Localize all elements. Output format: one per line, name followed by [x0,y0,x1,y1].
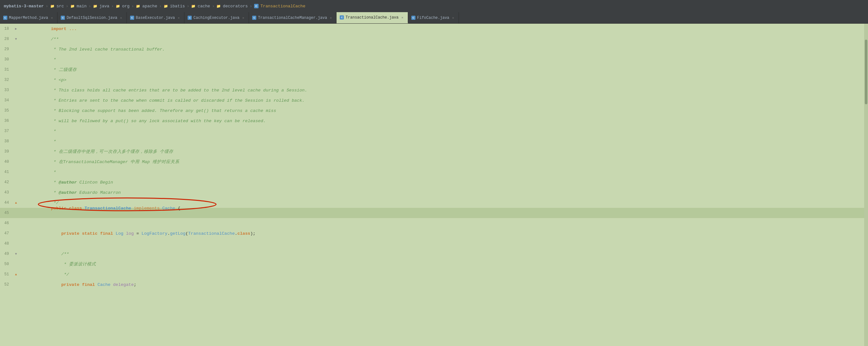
title-bar: mybatis-3-master › 📁 src › 📁 main › 📁 ja… [0,0,868,12]
linenum-32: 32 [0,78,13,82]
tab-label-base-executor: BaseExecutor.java [136,16,175,20]
code-line-52: 52 private final Cache delegate; [0,280,864,290]
linenum-48: 48 [0,241,13,246]
tab-label-tcm: TransactionalCacheManager.java [258,16,327,20]
linenum-34: 34 [0,98,13,103]
tab-label-fifo: FifoCache.java [417,16,450,20]
folder-icon-main: 📁 [70,4,75,8]
linenum-50: 50 [0,262,13,266]
tab-close-mapper[interactable]: ✕ [50,16,54,20]
tab-icon-tcm: C [252,16,256,20]
tab-tcm[interactable]: C TransactionalCacheManager.java ✕ [249,12,337,23]
editor-wrapper: mybatis-3-master › 📁 src › 📁 main › 📁 ja… [0,0,868,346]
breadcrumb-java: java [99,4,109,9]
tab-mapper-method[interactable]: C MapperMethod.java ✕ [0,12,58,23]
tab-fifo-cache[interactable]: C FifoCache.java ✕ [408,12,459,23]
class-icon-transactional: C [254,4,258,8]
linenum-30: 30 [0,57,13,62]
tab-icon-default-sql: C [61,16,65,20]
tab-label-tc: TransactionalCache.java [345,16,399,20]
breadcrumb-ibatis: ibatis [170,4,185,9]
fold-28[interactable]: ▼ [13,37,19,41]
folder-icon-decorators: 📁 [216,4,221,8]
tab-icon-fifo: C [411,16,415,20]
linenum-49: 49 [0,252,13,256]
tab-caching-executor[interactable]: C CachingExecutor.java ✕ [184,12,249,23]
tab-label-mapper: MapperMethod.java [9,16,48,20]
tab-close-caching[interactable]: ✕ [241,16,245,20]
linenum-38: 38 [0,139,13,144]
linenum-40: 40 [0,160,13,164]
linenum-29: 29 [0,47,13,52]
linenum-37: 37 [0,129,13,133]
fold-44[interactable]: ▲ [13,201,19,205]
linenum-18: 18 [0,27,13,31]
tab-close-tcm[interactable]: ✕ [329,16,333,20]
folder-icon-apache: 📁 [136,4,140,8]
linenum-35: 35 [0,108,13,113]
tabs-bar: C MapperMethod.java ✕ C DefaultSqlSessio… [0,12,868,24]
fold-18[interactable]: ▶ [13,27,19,31]
tab-default-sql[interactable]: C DefaultSqlSession.java ✕ [58,12,127,23]
linenum-47: 47 [0,231,13,236]
code-scroll[interactable]: 18 ▶ import ... 28 ▼ /** 29 [0,24,864,346]
folder-icon-java: 📁 [93,4,97,8]
linenum-43: 43 [0,190,13,195]
tab-label-caching: CachingExecutor.java [193,16,239,20]
folder-icon-org: 📁 [116,4,120,8]
project-name: mybatis-3-master [4,4,44,9]
breadcrumb-cache: cache [197,4,210,9]
tab-label-default-sql: DefaultSqlSession.java [66,16,117,20]
code-52: private final Cache delegate; [19,278,864,292]
linenum-46: 46 [0,221,13,226]
linenum-31: 31 [0,67,13,72]
folder-icon-cache: 📁 [191,4,195,8]
breadcrumb-decorators: decorators [223,4,248,9]
linenum-51: 51 [0,272,13,277]
tab-close-tc[interactable]: ✕ [400,16,405,20]
tab-icon-tc: C [340,16,344,20]
tab-close-base-executor[interactable]: ✕ [177,16,181,20]
linenum-33: 33 [0,88,13,92]
linenum-36: 36 [0,119,13,123]
linenum-52: 52 [0,282,13,287]
scrollbar-thumb [865,40,867,104]
editor-main: 18 ▶ import ... 28 ▼ /** 29 [0,24,868,346]
tab-transactional-cache[interactable]: C TransactionalCache.java ✕ [337,12,408,23]
linenum-39: 39 [0,149,13,154]
linenum-28: 28 [0,37,13,41]
breadcrumb-class: TransactionalCache [260,4,305,9]
breadcrumb-org: org [122,4,129,9]
breadcrumb-src: src [57,4,64,9]
fold-51[interactable]: ▲ [13,273,19,276]
breadcrumb-apache: apache [142,4,157,9]
tab-icon-base-executor: C [130,16,134,20]
linenum-42: 42 [0,180,13,184]
linenum-45: 45 [0,211,13,215]
right-scrollbar[interactable] [864,24,868,346]
breadcrumb-main: main [77,4,87,9]
tab-close-fifo[interactable]: ✕ [451,16,456,20]
linenum-41: 41 [0,170,13,174]
linenum-44: 44 [0,201,13,205]
folder-icon-ibatis: 📁 [164,4,168,8]
fold-49[interactable]: ▼ [13,252,19,256]
code-container: 18 ▶ import ... 28 ▼ /** 29 [0,24,864,290]
tab-icon-caching: C [188,16,192,20]
sep1: › [46,4,48,9]
tab-close-default-sql[interactable]: ✕ [119,16,123,20]
tab-base-executor[interactable]: C BaseExecutor.java ✕ [127,12,184,23]
folder-icon-src: 📁 [50,4,55,8]
tab-icon-mapper: C [3,16,7,20]
